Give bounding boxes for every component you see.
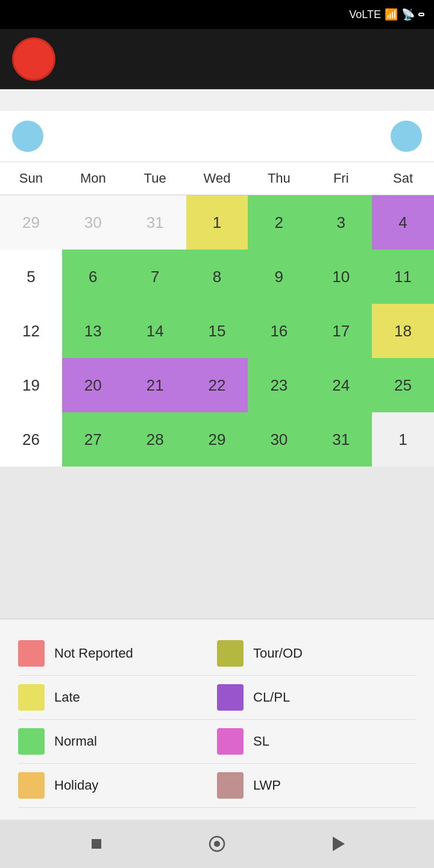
battery-icon bbox=[418, 13, 424, 16]
day-header-sat: Sat bbox=[372, 162, 434, 195]
legend-color-box bbox=[18, 728, 45, 755]
svg-marker-3 bbox=[333, 837, 345, 851]
legend-label: LWP bbox=[253, 778, 281, 793]
legend-label: CL/PL bbox=[253, 690, 290, 705]
home-button[interactable] bbox=[205, 832, 229, 856]
calendar-cell[interactable]: 5 bbox=[0, 250, 62, 304]
calendar-cell[interactable]: 6 bbox=[62, 250, 124, 304]
calendar-cell[interactable]: 29 bbox=[186, 412, 248, 467]
calendar-cell[interactable]: 18 bbox=[372, 304, 434, 358]
calendar-cell[interactable]: 1 bbox=[372, 412, 434, 467]
calendar-cell[interactable]: 31 bbox=[310, 412, 372, 467]
day-header-tue: Tue bbox=[124, 162, 186, 195]
calendar-cell[interactable]: 25 bbox=[372, 358, 434, 412]
legend-color-box bbox=[217, 640, 244, 667]
legend-grid: Not ReportedTour/ODLateCL/PLNormalSLHoli… bbox=[18, 632, 416, 808]
legend-item: Tour/OD bbox=[217, 632, 416, 676]
legend-label: Tour/OD bbox=[253, 646, 303, 661]
svg-rect-0 bbox=[92, 839, 101, 849]
top-bar bbox=[0, 29, 434, 89]
legend-color-box bbox=[18, 684, 45, 711]
calendar-cell[interactable]: 1 bbox=[186, 195, 248, 250]
hawkins-logo bbox=[12, 37, 55, 81]
status-icons: VoLTE 📶 📡 bbox=[349, 8, 424, 21]
spacer bbox=[0, 467, 434, 618]
legend-item: LWP bbox=[217, 764, 416, 808]
calendar-cell[interactable]: 3 bbox=[310, 195, 372, 250]
calendar-grid: 2930311234567891011121314151617181920212… bbox=[0, 195, 434, 467]
legend-item: Not Reported bbox=[18, 632, 217, 676]
calendar-cell[interactable]: 21 bbox=[124, 358, 186, 412]
calendar-cell[interactable]: 12 bbox=[0, 304, 62, 358]
calendar-cell[interactable]: 4 bbox=[372, 195, 434, 250]
calendar-cell[interactable]: 2 bbox=[248, 195, 310, 250]
day-headers: Sun Mon Tue Wed Thu Fri Sat bbox=[0, 162, 434, 195]
legend-label: Holiday bbox=[54, 778, 98, 793]
calendar-cell[interactable]: 10 bbox=[310, 250, 372, 304]
prev-month-button[interactable] bbox=[12, 121, 43, 152]
legend-label: Not Reported bbox=[54, 646, 133, 661]
calendar-cell[interactable]: 28 bbox=[124, 412, 186, 467]
legend-label: SL bbox=[253, 734, 269, 749]
legend: Not ReportedTour/ODLateCL/PLNormalSLHoli… bbox=[0, 618, 434, 820]
calendar-cell[interactable]: 30 bbox=[62, 195, 124, 250]
calendar-cell[interactable]: 17 bbox=[310, 304, 372, 358]
legend-item: Late bbox=[18, 676, 217, 720]
svg-point-2 bbox=[214, 841, 220, 847]
signal-icon: 📶 bbox=[385, 8, 398, 21]
calendar-cell[interactable]: 22 bbox=[186, 358, 248, 412]
calendar-cell[interactable]: 8 bbox=[186, 250, 248, 304]
calendar-cell[interactable]: 9 bbox=[248, 250, 310, 304]
calendar-cell[interactable]: 15 bbox=[186, 304, 248, 358]
legend-color-box bbox=[217, 772, 244, 799]
calendar-header bbox=[0, 111, 434, 162]
status-bar: VoLTE 📶 📡 bbox=[0, 0, 434, 29]
legend-item: SL bbox=[217, 720, 416, 764]
date-range-header bbox=[0, 89, 434, 111]
back-button[interactable] bbox=[84, 832, 108, 856]
wifi-icon: 📡 bbox=[401, 8, 415, 21]
day-header-mon: Mon bbox=[62, 162, 124, 195]
calendar-cell[interactable]: 26 bbox=[0, 412, 62, 467]
calendar-cell[interactable]: 19 bbox=[0, 358, 62, 412]
legend-color-box bbox=[18, 640, 45, 667]
calendar: Sun Mon Tue Wed Thu Fri Sat 293031123456… bbox=[0, 111, 434, 467]
calendar-cell[interactable]: 7 bbox=[124, 250, 186, 304]
legend-item: Holiday bbox=[18, 764, 217, 808]
calendar-cell[interactable]: 14 bbox=[124, 304, 186, 358]
day-header-sun: Sun bbox=[0, 162, 62, 195]
calendar-cell[interactable]: 27 bbox=[62, 412, 124, 467]
legend-label: Late bbox=[54, 690, 80, 705]
bottom-nav bbox=[0, 820, 434, 868]
day-header-wed: Wed bbox=[186, 162, 248, 195]
recent-button[interactable] bbox=[326, 832, 350, 856]
legend-color-box bbox=[18, 772, 45, 799]
legend-color-box bbox=[217, 728, 244, 755]
legend-item: Normal bbox=[18, 720, 217, 764]
calendar-cell[interactable]: 24 bbox=[310, 358, 372, 412]
legend-label: Normal bbox=[54, 734, 97, 749]
legend-color-box bbox=[217, 684, 244, 711]
calendar-cell[interactable]: 30 bbox=[248, 412, 310, 467]
calendar-cell[interactable]: 31 bbox=[124, 195, 186, 250]
next-month-button[interactable] bbox=[391, 121, 422, 152]
day-header-fri: Fri bbox=[310, 162, 372, 195]
vo-lte-icon: VoLTE bbox=[349, 8, 381, 21]
calendar-cell[interactable]: 23 bbox=[248, 358, 310, 412]
calendar-cell[interactable]: 13 bbox=[62, 304, 124, 358]
legend-item: CL/PL bbox=[217, 676, 416, 720]
day-header-thu: Thu bbox=[248, 162, 310, 195]
calendar-cell[interactable]: 16 bbox=[248, 304, 310, 358]
calendar-cell[interactable]: 29 bbox=[0, 195, 62, 250]
calendar-cell[interactable]: 20 bbox=[62, 358, 124, 412]
calendar-cell[interactable]: 11 bbox=[372, 250, 434, 304]
